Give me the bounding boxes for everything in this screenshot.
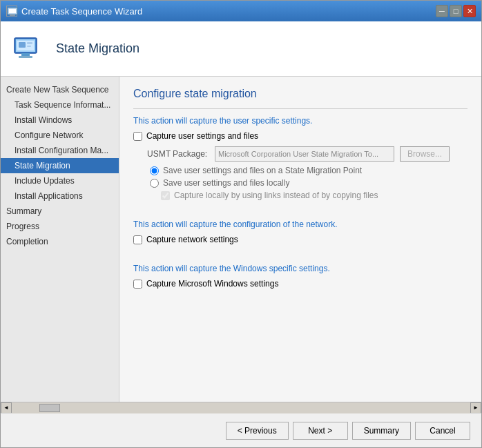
user-section-label: This action will capture the user specif… bbox=[133, 116, 467, 126]
wizard-window: Create Task Sequence Wizard ─ □ ✕ State … bbox=[0, 0, 482, 448]
cancel-button[interactable]: Cancel bbox=[415, 422, 470, 440]
radio-migration-point[interactable] bbox=[150, 166, 159, 175]
scrollbar-area: ◄ ► bbox=[1, 402, 481, 413]
scrollbar-track[interactable] bbox=[12, 402, 470, 413]
window-icon bbox=[6, 6, 17, 17]
title-divider bbox=[133, 108, 467, 109]
capture-locally-label: Capture locally by using links instead o… bbox=[174, 191, 378, 200]
capture-network-checkbox[interactable] bbox=[133, 235, 142, 244]
svg-rect-9 bbox=[19, 42, 26, 48]
maximize-button[interactable]: □ bbox=[450, 5, 462, 17]
capture-locally-row: Capture locally by using links instead o… bbox=[161, 191, 467, 200]
sidebar: Create New Task Sequence Task Sequence I… bbox=[1, 77, 119, 402]
spacer2 bbox=[133, 250, 467, 264]
header-title: State Migration bbox=[56, 41, 139, 56]
minimize-button[interactable]: ─ bbox=[436, 5, 448, 17]
capture-network-row: Capture network settings bbox=[133, 235, 467, 244]
radio-save-locally: Save user settings and files locally bbox=[150, 178, 467, 188]
sidebar-item-include-updates[interactable]: Include Updates bbox=[1, 173, 119, 188]
radio-locally[interactable] bbox=[150, 179, 159, 188]
footer: < Previous Next > Summary Cancel bbox=[1, 413, 481, 447]
browse-button[interactable]: Browse... bbox=[400, 146, 450, 162]
capture-user-row: Capture user settings and files bbox=[133, 131, 467, 141]
summary-button[interactable]: Summary bbox=[352, 422, 411, 440]
scroll-right-button[interactable]: ► bbox=[470, 402, 481, 413]
sidebar-item-summary[interactable]: Summary bbox=[1, 204, 119, 219]
sidebar-item-completion[interactable]: Completion bbox=[1, 234, 119, 249]
usmt-package-row: USMT Package: Browse... bbox=[147, 146, 467, 162]
svg-rect-10 bbox=[27, 42, 32, 44]
radio-state-migration-point: Save user settings and files on a State … bbox=[150, 166, 467, 175]
window-title: Create Task Sequence Wizard bbox=[21, 6, 142, 17]
svg-rect-2 bbox=[10, 14, 15, 16]
capture-windows-label: Capture Microsoft Windows settings bbox=[146, 279, 278, 289]
title-bar-left: Create Task Sequence Wizard bbox=[6, 6, 142, 17]
header-area: State Migration bbox=[1, 21, 481, 77]
network-section-label: This action will capture the configurati… bbox=[133, 220, 467, 229]
sidebar-item-install-applications[interactable]: Install Applications bbox=[1, 188, 119, 204]
sidebar-item-create-new[interactable]: Create New Task Sequence bbox=[1, 82, 119, 97]
sidebar-item-install-windows[interactable]: Install Windows bbox=[1, 113, 119, 128]
capture-user-label: Capture user settings and files bbox=[146, 131, 258, 141]
svg-rect-6 bbox=[21, 53, 30, 56]
capture-locally-checkbox[interactable] bbox=[161, 191, 170, 200]
scrollbar-thumb[interactable] bbox=[39, 404, 60, 412]
spacer1 bbox=[133, 206, 467, 220]
capture-user-checkbox[interactable] bbox=[133, 132, 142, 141]
close-button[interactable]: ✕ bbox=[463, 5, 476, 17]
content-title: Configure state migration bbox=[133, 88, 467, 100]
sidebar-item-state-migration[interactable]: State Migration bbox=[1, 158, 119, 173]
usmt-label: USMT Package: bbox=[147, 149, 209, 159]
title-bar: Create Task Sequence Wizard ─ □ ✕ bbox=[1, 1, 481, 21]
radio-locally-label: Save user settings and files locally bbox=[163, 178, 289, 188]
capture-network-label: Capture network settings bbox=[146, 235, 238, 244]
capture-windows-row: Capture Microsoft Windows settings bbox=[133, 279, 467, 289]
content-area: Configure state migration This action wi… bbox=[119, 77, 481, 402]
sidebar-item-progress[interactable]: Progress bbox=[1, 219, 119, 234]
previous-button[interactable]: < Previous bbox=[226, 422, 289, 440]
header-icon bbox=[12, 32, 45, 66]
usmt-input[interactable] bbox=[215, 146, 394, 162]
scroll-left-button[interactable]: ◄ bbox=[1, 402, 12, 413]
sidebar-item-install-config-mgr[interactable]: Install Configuration Ma... bbox=[1, 143, 119, 158]
svg-rect-1 bbox=[9, 9, 16, 13]
next-button[interactable]: Next > bbox=[293, 422, 348, 440]
svg-rect-11 bbox=[27, 46, 31, 47]
capture-windows-checkbox[interactable] bbox=[133, 280, 142, 289]
radio-migration-point-label: Save user settings and files on a State … bbox=[163, 166, 362, 175]
main-content: Create New Task Sequence Task Sequence I… bbox=[1, 77, 481, 402]
sidebar-item-configure-network[interactable]: Configure Network bbox=[1, 128, 119, 143]
svg-rect-7 bbox=[19, 56, 32, 58]
svg-rect-3 bbox=[8, 16, 17, 17]
sidebar-item-task-sequence-info[interactable]: Task Sequence Informat... bbox=[1, 97, 119, 113]
title-bar-controls: ─ □ ✕ bbox=[436, 5, 476, 17]
windows-section-label: This action will capture the Windows spe… bbox=[133, 264, 467, 273]
